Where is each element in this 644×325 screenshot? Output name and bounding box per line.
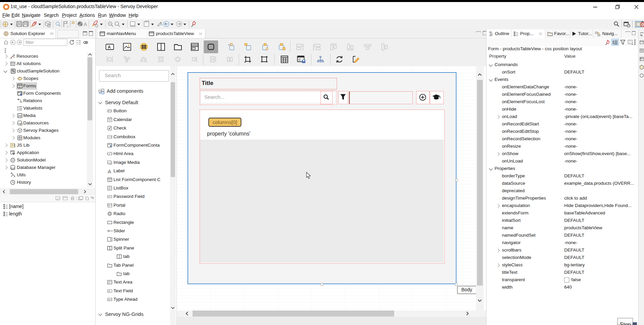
svg-text:A: A [108, 45, 111, 50]
svg-text:A: A [108, 298, 110, 301]
svg-text:A: A [108, 290, 110, 293]
